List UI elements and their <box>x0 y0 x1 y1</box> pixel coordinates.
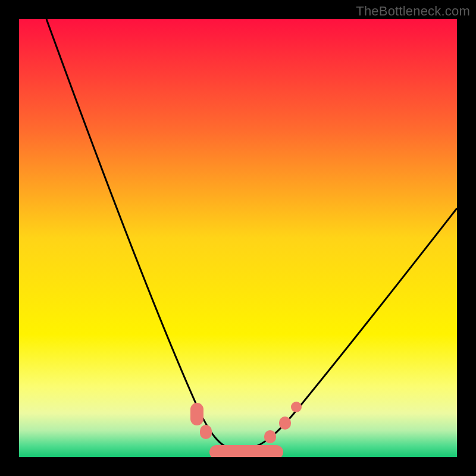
frame-left <box>0 0 19 476</box>
svg-rect-1 <box>200 425 212 439</box>
svg-rect-0 <box>190 403 203 425</box>
gradient-background <box>19 19 457 457</box>
attribution-text: TheBottleneck.com <box>356 4 470 19</box>
frame-right <box>457 0 476 476</box>
svg-rect-4 <box>279 416 291 430</box>
svg-rect-5 <box>291 402 302 412</box>
bottleneck-chart <box>0 0 476 476</box>
frame-bottom <box>0 457 476 476</box>
svg-rect-3 <box>264 430 276 443</box>
